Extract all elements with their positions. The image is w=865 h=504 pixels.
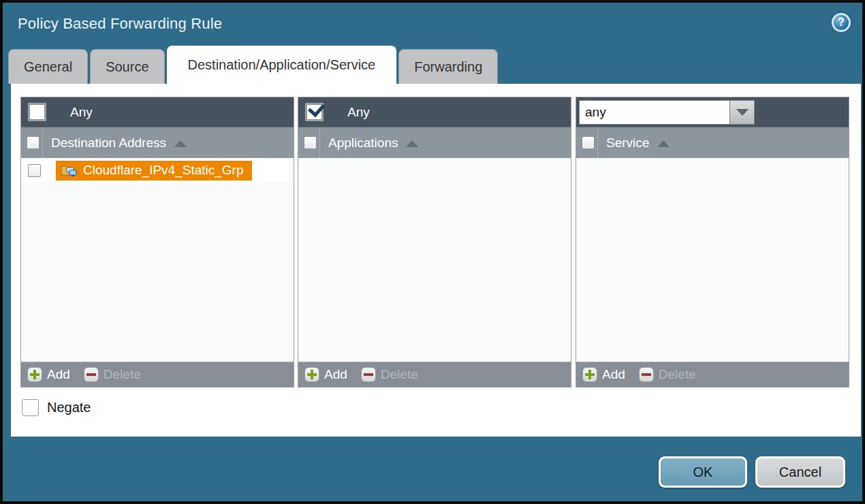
help-icon[interactable]: ? [832, 13, 851, 32]
applications-list [298, 158, 571, 362]
service-column: any Service Add [576, 97, 849, 388]
applications-header-row: Applications [298, 127, 571, 158]
tab-bar: General Source Destination/Application/S… [8, 46, 498, 84]
delete-icon [84, 367, 99, 382]
applications-any-checkbox[interactable] [306, 104, 322, 120]
service-type-dropdown[interactable]: any [579, 100, 755, 125]
service-header[interactable]: Service [606, 136, 649, 151]
cancel-button[interactable]: Cancel [755, 456, 845, 488]
dropdown-button[interactable] [730, 100, 755, 125]
add-button[interactable]: Add [27, 367, 70, 382]
destination-toolbar: Add Delete [21, 362, 294, 387]
add-icon [582, 367, 597, 382]
delete-icon [639, 367, 654, 382]
negate-row: Negate [22, 399, 91, 416]
applications-select-all-checkbox[interactable] [304, 136, 317, 149]
add-button[interactable]: Add [582, 367, 625, 382]
service-header-row: Service [576, 127, 849, 158]
destination-address-item[interactable]: Cloudflare_IPv4_Static_Grp [56, 161, 252, 180]
destination-address-item-label: Cloudflare_IPv4_Static_Grp [83, 163, 244, 178]
delete-icon [361, 367, 376, 382]
tab-source[interactable]: Source [90, 49, 164, 84]
applications-column: Any Applications Add Delete [298, 97, 571, 388]
sort-ascending-icon[interactable] [174, 140, 187, 147]
tab-destination-application-service[interactable]: Destination/Application/Service [167, 46, 397, 84]
delete-button[interactable]: Delete [361, 367, 418, 382]
destination-address-header[interactable]: Destination Address [51, 136, 166, 151]
applications-any-row: Any [298, 97, 571, 127]
service-type-value: any [579, 100, 730, 125]
policy-based-forwarding-dialog: Policy Based Forwarding Rule ? General S… [0, 0, 865, 504]
destination-address-list: Cloudflare_IPv4_Static_Grp [21, 158, 294, 362]
destination-address-column: Any Destination Address [20, 97, 294, 388]
applications-any-label: Any [347, 105, 370, 120]
ok-button[interactable]: OK [659, 456, 747, 488]
sort-ascending-icon[interactable] [406, 140, 418, 147]
service-toolbar: Add Delete [576, 362, 849, 387]
tab-general[interactable]: General [8, 49, 88, 84]
add-icon [27, 367, 42, 382]
chevron-down-icon [736, 109, 749, 116]
destination-select-all-checkbox[interactable] [27, 136, 40, 149]
dialog-title: Policy Based Forwarding Rule [18, 15, 222, 33]
negate-checkbox[interactable] [22, 399, 39, 416]
sort-ascending-icon[interactable] [657, 140, 670, 147]
address-group-icon [61, 163, 77, 177]
applications-header[interactable]: Applications [328, 136, 398, 151]
tab-forwarding[interactable]: Forwarding [398, 49, 498, 84]
destination-address-header-row: Destination Address [21, 127, 294, 158]
destination-any-checkbox[interactable] [29, 104, 45, 120]
destination-any-label: Any [70, 105, 93, 120]
negate-label: Negate [47, 400, 91, 415]
row-checkbox[interactable] [28, 164, 41, 177]
service-select-all-checkbox[interactable] [582, 136, 595, 149]
table-row: Cloudflare_IPv4_Static_Grp [21, 158, 294, 183]
service-any-row: any [576, 97, 849, 127]
add-icon [304, 367, 319, 382]
tab-content-panel: Any Destination Address [11, 84, 861, 437]
delete-button[interactable]: Delete [84, 367, 141, 382]
add-button[interactable]: Add [304, 367, 347, 382]
applications-toolbar: Add Delete [298, 362, 571, 387]
destination-any-row: Any [21, 97, 294, 127]
service-list [576, 158, 849, 362]
delete-button[interactable]: Delete [639, 367, 696, 382]
